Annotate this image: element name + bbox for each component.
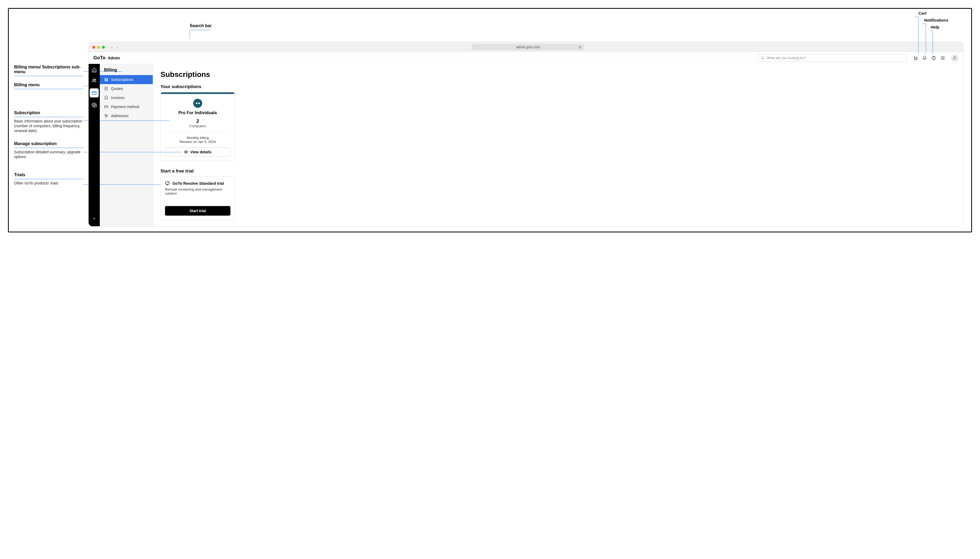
cart-icon[interactable] xyxy=(913,56,918,60)
invoices-icon xyxy=(104,96,108,100)
trial-description: Remote monitoring and management solutio… xyxy=(165,187,231,195)
svg-rect-14 xyxy=(944,59,944,60)
svg-line-1 xyxy=(763,58,764,60)
subscription-product-name: Pro For Individuals xyxy=(165,111,231,115)
submenu-item-label: Subscriptions xyxy=(111,78,133,82)
rail-expand-icon[interactable]: » xyxy=(93,216,95,223)
subscription-billing: Monthly billing xyxy=(165,136,231,140)
annotation-billing-submenu: Billing menu/ Subscriptions sub-menu xyxy=(14,64,83,76)
page-title: Subscriptions xyxy=(160,70,956,79)
url-bar[interactable]: admin.goto.com ↻ xyxy=(472,44,584,50)
trial-name: GoTo Resolve Standard trial xyxy=(172,181,224,185)
rail-home-icon[interactable] xyxy=(91,67,97,73)
monitor-icon xyxy=(165,181,170,186)
annotation-notifications: Notifications xyxy=(924,18,948,22)
submenu-addresses[interactable]: Addresses xyxy=(100,111,153,120)
search-icon xyxy=(761,56,764,60)
svg-rect-22 xyxy=(106,79,108,81)
browser-window: ‹ › admin.goto.com ↻ GoTo Admin What are… xyxy=(89,42,963,226)
window-controls[interactable] xyxy=(92,46,105,49)
submenu-quotes[interactable]: Quotes xyxy=(100,84,153,93)
annotation-billing-menu: Billing menu xyxy=(14,83,83,89)
main-content: Subscriptions Your subscriptions Pro For… xyxy=(153,64,963,226)
quotes-icon xyxy=(104,86,108,91)
svg-point-2 xyxy=(915,59,915,60)
search-input[interactable]: What are you looking for? xyxy=(758,54,907,62)
logo-mark: GoTo xyxy=(93,55,106,61)
billing-submenu: Billing Subscriptions Quotes Invoices Pa… xyxy=(100,64,153,226)
subscriptions-icon xyxy=(104,78,108,82)
app-header: GoTo Admin What are you looking for? xyxy=(89,52,963,64)
app-name: Admin xyxy=(108,56,120,60)
subscription-count: 2 xyxy=(165,119,231,124)
annotation-subscription: Subscription Basic information about you… xyxy=(14,111,83,133)
eye-icon xyxy=(184,150,188,154)
annotation-help: Help xyxy=(931,25,939,29)
submenu-item-label: Addresses xyxy=(111,114,129,118)
svg-rect-8 xyxy=(944,56,944,57)
svg-rect-27 xyxy=(105,106,108,108)
avatar[interactable] xyxy=(951,54,959,62)
submenu-subscriptions[interactable]: Subscriptions xyxy=(100,75,153,84)
rail-people-icon[interactable] xyxy=(91,78,97,84)
subscription-renews: Renews on Jan 5, 2024 xyxy=(165,140,231,144)
svg-point-20 xyxy=(94,104,95,106)
submenu-payment-method[interactable]: Payment method xyxy=(100,102,153,111)
svg-rect-18 xyxy=(92,92,96,94)
annotation-search-bar: Search bar xyxy=(190,23,212,39)
svg-point-30 xyxy=(185,152,186,152)
notifications-icon[interactable] xyxy=(922,56,927,60)
submenu-item-label: Quotes xyxy=(111,86,123,91)
start-trial-button[interactable]: Start trial xyxy=(165,206,231,216)
annotation-trials: Trials Other GoTo products' trials xyxy=(14,172,83,185)
svg-point-0 xyxy=(761,56,764,59)
svg-rect-26 xyxy=(105,96,107,99)
search-placeholder: What are you looking for? xyxy=(767,56,806,60)
subscription-unit: Computers xyxy=(165,124,231,128)
app-logo[interactable]: GoTo Admin xyxy=(93,55,120,61)
svg-point-3 xyxy=(916,59,917,60)
your-subscriptions-heading: Your subscriptions xyxy=(160,84,956,89)
subscription-card: Pro For Individuals 2 Computers Monthly … xyxy=(160,92,235,161)
svg-rect-13 xyxy=(942,59,943,60)
url-text: admin.goto.com xyxy=(516,45,540,49)
rail-settings-icon[interactable] xyxy=(91,102,97,108)
annotation-cart: Cart xyxy=(919,11,927,15)
user-icon xyxy=(953,56,957,60)
rail-billing-icon[interactable] xyxy=(90,88,99,98)
submenu-item-label: Payment method xyxy=(111,104,139,109)
nav-back-icon[interactable]: ‹ xyxy=(111,45,112,50)
submenu-invoices[interactable]: Invoices xyxy=(100,93,153,102)
help-icon[interactable] xyxy=(931,56,936,60)
nav-forward-icon[interactable]: › xyxy=(116,45,118,50)
minimize-window-icon[interactable] xyxy=(97,46,100,49)
browser-titlebar: ‹ › admin.goto.com ↻ xyxy=(89,42,963,52)
maximize-window-icon[interactable] xyxy=(102,46,105,49)
svg-rect-11 xyxy=(944,58,944,58)
svg-rect-7 xyxy=(942,56,943,57)
product-logo-icon xyxy=(193,99,202,108)
annotation-manage-subscription: Manage subscription Subscription detaile… xyxy=(14,141,83,159)
start-trial-heading: Start a free trial xyxy=(160,169,956,174)
reload-icon[interactable]: ↻ xyxy=(579,45,582,49)
svg-rect-12 xyxy=(941,59,942,60)
svg-rect-10 xyxy=(942,58,943,58)
apps-grid-icon[interactable] xyxy=(940,56,945,60)
trial-card: GoTo Resolve Standard trial Remote monit… xyxy=(160,177,235,220)
svg-point-16 xyxy=(93,79,94,81)
close-window-icon[interactable] xyxy=(92,46,95,49)
svg-point-29 xyxy=(106,115,106,116)
addresses-icon xyxy=(104,114,108,118)
submenu-item-label: Invoices xyxy=(111,96,125,100)
svg-point-15 xyxy=(954,56,955,58)
svg-rect-9 xyxy=(941,58,942,58)
view-details-label: View details xyxy=(190,150,211,154)
payment-icon xyxy=(104,104,108,109)
nav-rail: » xyxy=(89,64,100,226)
svg-rect-6 xyxy=(941,56,942,57)
svg-point-17 xyxy=(95,79,96,80)
